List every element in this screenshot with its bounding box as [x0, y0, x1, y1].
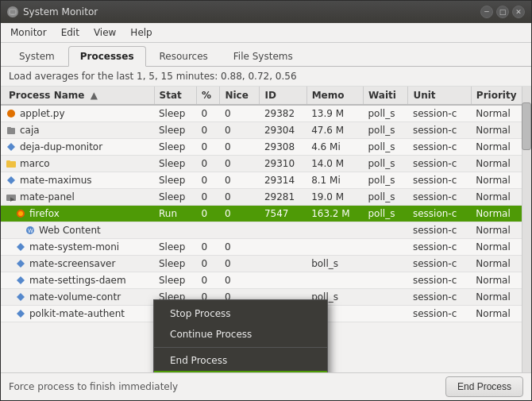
process-pct: 0: [196, 239, 220, 256]
context-menu-item[interactable]: Stop Process: [154, 303, 327, 324]
table-row[interactable]: ▶ mate-panel Sleep 0 0 29281 19.0 M poll…: [1, 189, 531, 206]
process-name: mate-settings-daem: [29, 275, 126, 286]
process-mem: 4.6 Mi: [306, 139, 363, 156]
process-name: mate-volume-contr: [29, 291, 121, 303]
process-name-cell: applet.py: [1, 105, 154, 122]
process-nice: 0: [220, 156, 260, 172]
table-row[interactable]: mate-settings-daem Sleep 0 0 session-c N…: [1, 272, 531, 289]
process-unit: session-c: [408, 189, 471, 206]
svg-marker-16: [17, 260, 25, 268]
process-mem: 14.0 M: [306, 156, 363, 172]
process-pct: 0: [196, 272, 220, 289]
menu-help[interactable]: Help: [124, 25, 158, 40]
process-id: 29281: [260, 189, 306, 206]
title-bar: System Monitor ─ □ ✕: [1, 1, 531, 23]
col-id[interactable]: ID: [260, 87, 306, 105]
context-menu-item[interactable]: End Process: [154, 350, 327, 371]
svg-rect-1: [11, 14, 14, 15]
table-row[interactable]: caja Sleep 0 0 29304 47.6 M poll_s sessi…: [1, 122, 531, 139]
tabs-bar: System Processes Resources File Systems: [1, 43, 531, 67]
context-menu-item-label: Continue Process: [170, 329, 252, 340]
svg-marker-15: [17, 243, 25, 251]
col-nice[interactable]: Nice: [220, 87, 260, 105]
tab-resources[interactable]: Resources: [148, 46, 220, 66]
process-name-cell: mate-settings-daem: [1, 272, 154, 289]
table-row[interactable]: W Web Content session-c Normal: [1, 222, 531, 239]
process-stat: Sleep: [154, 139, 196, 156]
process-name: Web Content: [39, 225, 101, 236]
process-name: caja: [20, 125, 40, 136]
tab-system[interactable]: System: [7, 46, 67, 66]
process-id: 7547: [260, 206, 306, 222]
tab-processes[interactable]: Processes: [68, 46, 146, 67]
table-row[interactable]: mate-maximus Sleep 0 0 29314 8.1 Mi poll…: [1, 172, 531, 189]
tab-file-systems[interactable]: File Systems: [222, 46, 305, 66]
process-unit: session-c: [408, 105, 471, 122]
process-pct: 0: [196, 189, 220, 206]
col-process-name[interactable]: Process Name ▲: [1, 87, 154, 105]
svg-marker-17: [17, 276, 25, 284]
process-stat: Sleep: [154, 239, 196, 256]
svg-rect-4: [7, 127, 11, 129]
process-name: marco: [20, 158, 50, 169]
process-unit: session-c: [408, 139, 471, 156]
process-icon: [6, 141, 17, 152]
process-unit: session-c: [408, 122, 471, 139]
close-button[interactable]: ✕: [512, 6, 525, 18]
process-name: firefox: [29, 208, 60, 219]
process-stat: [154, 222, 196, 239]
svg-rect-0: [10, 10, 16, 14]
process-mem: 13.9 M: [306, 105, 363, 122]
process-id: 29304: [260, 122, 306, 139]
col-wait[interactable]: Waiti: [364, 87, 408, 105]
process-nice: 0: [220, 189, 260, 206]
scrollbar-thumb[interactable]: [522, 102, 531, 150]
context-menu-item-label: Stop Process: [170, 308, 231, 319]
scrollbar[interactable]: [522, 87, 531, 372]
process-icon: [15, 308, 26, 319]
svg-marker-19: [17, 310, 25, 318]
process-table: Process Name ▲ Stat % Nice ID Memo Waiti…: [1, 87, 531, 322]
end-process-button[interactable]: End Process: [445, 376, 523, 397]
process-name-cell: caja: [1, 122, 154, 139]
col-unit[interactable]: Unit: [408, 87, 471, 105]
process-mem: 19.0 M: [306, 189, 363, 206]
table-row[interactable]: mate-screensaver Sleep 0 0 boll_s sessio…: [1, 256, 531, 272]
process-pct: 0: [196, 172, 220, 189]
process-mem: boll_s: [306, 256, 363, 272]
svg-marker-8: [7, 176, 15, 184]
process-wait: poll_s: [364, 139, 408, 156]
menu-edit[interactable]: Edit: [55, 25, 86, 40]
process-id: 29314: [260, 172, 306, 189]
process-name: deja-dup-monitor: [20, 141, 102, 152]
context-menu-item[interactable]: Kill Process: [154, 371, 327, 372]
process-unit: session-c: [408, 156, 471, 172]
process-nice: 0: [220, 172, 260, 189]
col-mem[interactable]: Memo: [306, 87, 363, 105]
menu-view[interactable]: View: [87, 25, 122, 40]
table-row[interactable]: firefox Run 0 0 7547 163.2 M poll_s sess…: [1, 206, 531, 222]
status-text: Force process to finish immediately: [9, 381, 178, 392]
process-pct: 0: [196, 206, 220, 222]
col-pct[interactable]: %: [196, 87, 220, 105]
process-nice: 0: [220, 239, 260, 256]
table-row[interactable]: mate-system-moni Sleep 0 0 session-c Nor…: [1, 239, 531, 256]
table-row[interactable]: marco Sleep 0 0 29310 14.0 M poll_s sess…: [1, 156, 531, 172]
process-table-container: Process Name ▲ Stat % Nice ID Memo Waiti…: [1, 87, 531, 372]
process-id: 29310: [260, 156, 306, 172]
table-row[interactable]: deja-dup-monitor Sleep 0 0 29308 4.6 Mi …: [1, 139, 531, 156]
svg-text:W: W: [28, 228, 33, 234]
process-nice: 0: [220, 272, 260, 289]
context-menu-item[interactable]: Continue Process: [154, 324, 327, 345]
maximize-button[interactable]: □: [496, 6, 509, 18]
process-wait: [364, 222, 408, 239]
svg-rect-3: [7, 128, 15, 134]
load-average-bar: Load averages for the last 1, 5, 15 minu…: [1, 67, 531, 87]
process-wait: poll_s: [364, 105, 408, 122]
col-stat[interactable]: Stat: [154, 87, 196, 105]
process-wait: poll_s: [364, 122, 408, 139]
minimize-button[interactable]: ─: [480, 6, 493, 18]
table-row[interactable]: applet.py Sleep 0 0 29382 13.9 M poll_s …: [1, 105, 531, 122]
menu-monitor[interactable]: Monitor: [4, 25, 53, 40]
process-mem: [306, 222, 363, 239]
